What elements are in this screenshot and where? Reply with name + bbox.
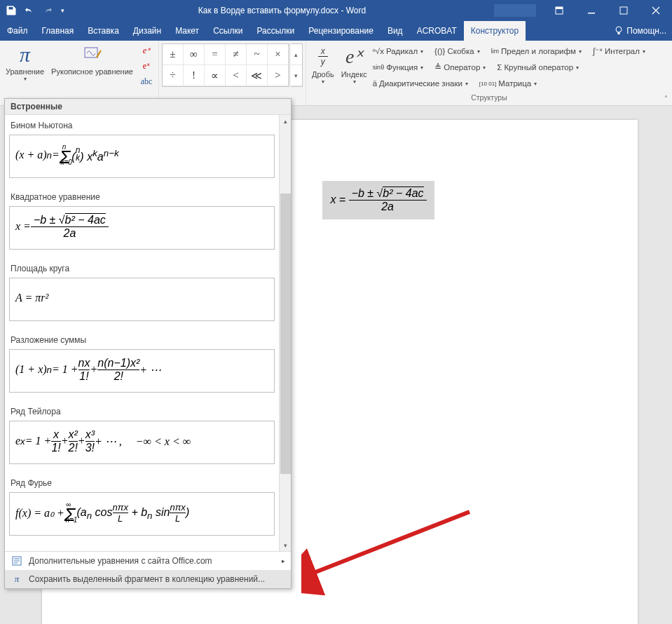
symbol-fact[interactable]: ! [184, 65, 205, 86]
operator-button[interactable]: ≜Оператор▾ [433, 60, 487, 75]
gallery-item-title: Ряд Тейлора [9, 404, 275, 421]
script-icon: eˣ [345, 42, 362, 70]
scroll-down-icon[interactable]: ▾ [280, 539, 291, 551]
symbol-prop[interactable]: ∝ [205, 65, 226, 86]
fraction-icon: xy [318, 42, 328, 70]
tab-file[interactable]: Файл [0, 21, 35, 41]
title-bar: ▾ Как в Ворде вставить формулу.docx - Wo… [0, 0, 672, 21]
tell-me[interactable]: Помощн... [608, 21, 672, 41]
ink-equation-button[interactable]: Рукописное уравнение [48, 42, 136, 93]
integral-button[interactable]: ∫⁻ˣИнтеграл▾ [591, 43, 647, 59]
svg-rect-3 [620, 7, 627, 14]
quick-access-toolbar: ▾ [0, 2, 70, 19]
ribbon: π Уравнение ▾ Рукописное уравнение eˣ eˣ… [0, 41, 672, 106]
symbol-eq[interactable]: = [205, 44, 226, 65]
symbols-more[interactable]: ▴ ▾ [291, 43, 303, 87]
svg-point-4 [616, 27, 622, 32]
function-icon: sinθ [373, 64, 385, 71]
gallery-item-expansion[interactable]: (1 + x)n = 1 + nx1! + n(n−1)x²2! + ⋯ [9, 349, 275, 393]
script-button[interactable]: eˣ Индекс ▾ [338, 42, 370, 93]
symbol-infty[interactable]: ∞ [184, 44, 205, 65]
tab-mailings[interactable]: Рассылки [249, 21, 301, 41]
gallery-scrollbar[interactable]: ▴ ▾ [279, 115, 291, 551]
save-icon[interactable] [3, 2, 20, 19]
gallery-item-fourier[interactable]: f(x) = a₀ + Σn=1∞(an cosnπxL + bn sinnπx… [9, 492, 275, 536]
tab-references[interactable]: Ссылки [206, 21, 249, 41]
window-controls [543, 0, 672, 21]
chevron-up-icon[interactable]: ▴ [291, 44, 302, 65]
accent-button[interactable]: äДиакритические знаки▾ [371, 76, 469, 91]
gallery-list: Бином Ньютона (x + a)n = Σk=0n(nk) xkan−… [5, 115, 279, 550]
function-button[interactable]: sinθФункция▾ [371, 60, 425, 75]
svg-rect-5 [618, 32, 620, 34]
svg-rect-2 [588, 13, 595, 14]
collapse-ribbon-icon[interactable]: ˄ [664, 95, 668, 102]
gallery-item-title: Квадратное уравнение [9, 189, 275, 206]
structures-group-label: Структуры [471, 93, 507, 102]
professional-button[interactable]: eˣ [137, 43, 156, 57]
symbol-pm[interactable]: ± [163, 44, 184, 65]
gallery-item-circle-area[interactable]: A = πr² [9, 278, 275, 321]
fraction-button[interactable]: xy Дробь ▾ [309, 42, 337, 93]
bracket-button[interactable]: {()}Скобка▾ [433, 43, 481, 59]
redo-icon[interactable] [39, 2, 56, 19]
large-operator-icon: Σ [497, 63, 502, 72]
chevron-right-icon: ▸ [282, 557, 285, 564]
tab-design[interactable]: Дизайн [126, 21, 168, 41]
gallery-item-binomial[interactable]: (x + a)n = Σk=0n(nk) xkan−k [9, 135, 275, 178]
ribbon-options-icon[interactable] [543, 0, 575, 21]
linear-button[interactable]: eˣ [137, 59, 156, 73]
close-icon[interactable] [640, 0, 672, 21]
scroll-thumb[interactable] [280, 194, 291, 474]
chevron-down-icon: ▾ [24, 76, 27, 82]
radical-button[interactable]: ⁿ√xРадикал▾ [371, 43, 425, 59]
more-equations-office[interactable]: Дополнительные уравнения с сайта Office.… [5, 552, 291, 570]
gallery-item-title: Разложение суммы [9, 332, 275, 349]
equation-button[interactable]: π Уравнение ▾ [3, 42, 47, 93]
gallery-item-title: Бином Ньютона [9, 118, 275, 135]
symbol-div[interactable]: ÷ [163, 65, 184, 86]
symbol-ll[interactable]: ≪ [247, 65, 268, 86]
tab-home[interactable]: Главная [35, 21, 81, 41]
matrix-button[interactable]: [10 01]Матрица▾ [478, 76, 538, 91]
window-title: Как в Ворде вставить формулу.docx - Word [70, 6, 494, 15]
equation-gallery-dropdown: Встроенные Бином Ньютона (x + a)n = Σk=0… [4, 98, 292, 589]
qat-dropdown-icon[interactable]: ▾ [57, 2, 67, 19]
save-selection-to-gallery[interactable]: π Сохранить выделенный фрагмент в коллек… [5, 570, 291, 588]
tab-acrobat[interactable]: ACROBAT [410, 21, 464, 41]
tab-layout[interactable]: Макет [168, 21, 206, 41]
tab-insert[interactable]: Вставка [81, 21, 126, 41]
symbol-times[interactable]: × [268, 44, 289, 65]
matrix-icon: [10 01] [479, 81, 496, 87]
gallery-item-quadratic[interactable]: x = −b ± √b² − 4ac2a [9, 206, 275, 250]
large-operator-button[interactable]: ΣКрупный оператор▾ [495, 60, 580, 75]
maximize-icon[interactable] [608, 0, 640, 21]
symbol-neq[interactable]: ≠ [226, 44, 247, 65]
tab-review[interactable]: Рецензирование [301, 21, 380, 41]
integral-icon: ∫⁻ˣ [593, 46, 603, 56]
tab-view[interactable]: Вид [380, 21, 410, 41]
symbol-gt[interactable]: > [268, 65, 289, 86]
chevron-down-icon[interactable]: ▾ [291, 65, 302, 86]
bracket-icon: {()} [434, 47, 445, 55]
gallery-header: Встроенные [5, 99, 291, 115]
pi-icon: π [14, 43, 36, 66]
minimize-icon[interactable] [575, 0, 608, 21]
gallery-item-taylor[interactable]: ex = 1 + x1! + x²2! + x³3! + ⋯ , −∞ < x … [9, 421, 275, 464]
office-icon [11, 555, 23, 567]
tell-me-label: Помощн... [626, 26, 666, 36]
limit-button[interactable]: limПредел и логарифм▾ [490, 43, 583, 59]
account-area[interactable] [494, 4, 536, 17]
svg-rect-1 [556, 7, 563, 9]
ink-icon [81, 43, 104, 66]
symbol-tilde[interactable]: ~ [247, 44, 268, 65]
normal-text-button[interactable]: abc [137, 74, 156, 88]
undo-icon[interactable] [21, 2, 38, 19]
pi-save-icon: π [11, 573, 23, 585]
tab-equation-design[interactable]: Конструктор [464, 21, 526, 41]
inserted-equation[interactable]: x = −b ± √b² − 4ac2a [322, 181, 434, 219]
gallery-item-title: Площадь круга [9, 261, 275, 278]
tools-group: π Уравнение ▾ Рукописное уравнение eˣ eˣ… [0, 41, 159, 105]
scroll-up-icon[interactable]: ▴ [280, 115, 291, 127]
symbol-lt[interactable]: < [226, 65, 247, 86]
